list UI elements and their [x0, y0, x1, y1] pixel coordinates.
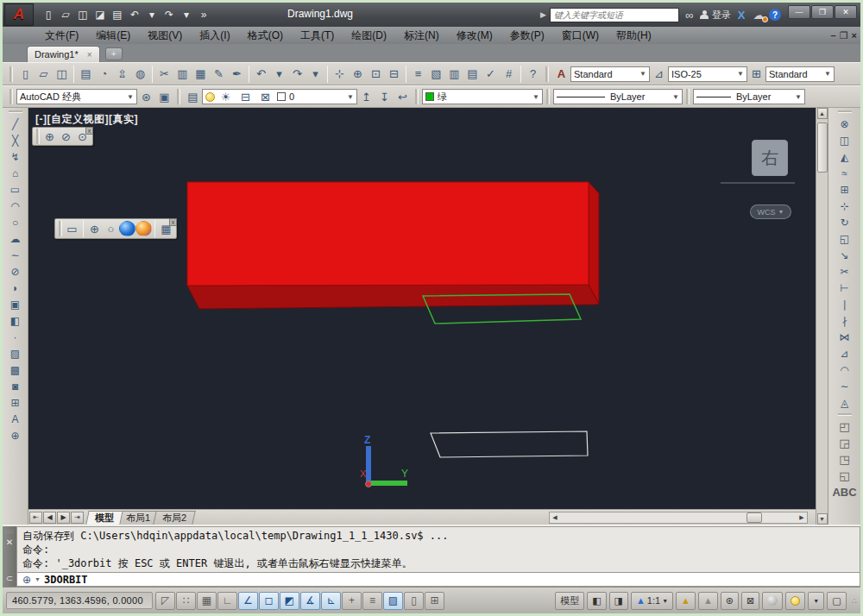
- horizontal-scrollbar-thumb[interactable]: [746, 512, 762, 523]
- move-icon[interactable]: ⊹: [835, 198, 854, 214]
- next-tab-icon[interactable]: ▶: [57, 512, 70, 524]
- properties-icon[interactable]: ≡: [409, 66, 427, 83]
- text-style-combo[interactable]: Standard▼: [570, 66, 650, 82]
- quick-properties-icon[interactable]: ▯: [404, 592, 424, 610]
- signin-person-icon[interactable]: [700, 10, 709, 20]
- layout-tab-布局2[interactable]: 布局2: [153, 511, 196, 525]
- toolbar-grip[interactable]: [36, 129, 40, 144]
- hatch-icon[interactable]: ▨: [6, 345, 25, 361]
- toolbar-lock-icon[interactable]: ⊠: [741, 592, 759, 610]
- prev-tab-icon[interactable]: ◀: [43, 512, 56, 524]
- layer-combo[interactable]: ☀⊟⊠ 0 ▼: [202, 89, 357, 104]
- menu-insert[interactable]: 插入(I): [192, 27, 237, 45]
- break-at-point-icon[interactable]: ∣: [835, 296, 854, 312]
- new-tab-button[interactable]: +: [105, 47, 123, 60]
- arc-icon[interactable]: ◠: [6, 198, 25, 214]
- object-snap-3d-icon[interactable]: ◩: [280, 592, 299, 610]
- scale-icon[interactable]: ◱: [835, 230, 854, 247]
- last-tab-icon[interactable]: ⇥: [71, 512, 84, 524]
- snap-mode-icon[interactable]: ∷: [176, 592, 196, 610]
- undo-icon[interactable]: ↶: [127, 7, 142, 22]
- make-object-layer-current-icon[interactable]: ↥: [357, 88, 375, 105]
- menu-window[interactable]: 窗口(W): [554, 27, 607, 45]
- autocad-logo[interactable]: A: [4, 3, 34, 26]
- viewport-controls-label[interactable]: [-][自定义视图][真实]: [35, 112, 138, 127]
- add-selected-icon[interactable]: ⊕: [6, 427, 25, 443]
- fillet-icon[interactable]: ◠: [835, 361, 854, 378]
- publish-icon[interactable]: ⇫: [113, 66, 131, 83]
- drawing-canvas[interactable]: Z X Y [-][自定义视图][真实] ⊕⊘⊙ x ▭⊕○▦ x 右 WCS …: [28, 108, 816, 509]
- toolbar-grip[interactable]: [415, 89, 419, 104]
- tool-palettes-icon[interactable]: ▥: [445, 66, 463, 83]
- multiline-text-icon[interactable]: A: [6, 411, 25, 427]
- region-icon[interactable]: ◙: [6, 378, 25, 394]
- layer-lock-icon[interactable]: ⊠: [256, 88, 274, 105]
- save-icon[interactable]: ◫: [75, 7, 91, 22]
- line-icon[interactable]: ╱: [6, 116, 25, 132]
- viewcube[interactable]: 右: [752, 140, 788, 176]
- annotation-visibility-icon[interactable]: ▲: [676, 592, 696, 610]
- undo-drop-icon[interactable]: ▾: [144, 7, 160, 22]
- vertical-scrollbar-thumb[interactable]: [817, 123, 828, 173]
- lineweight-display-icon[interactable]: ≡: [362, 592, 382, 610]
- toolbar-grip[interactable]: [59, 221, 62, 236]
- quick-view-layouts-icon[interactable]: ◧: [587, 592, 606, 610]
- menu-draw[interactable]: 绘图(D): [343, 27, 394, 45]
- resize-grip[interactable]: ∴: [852, 596, 857, 606]
- realistic-icon[interactable]: [119, 221, 135, 236]
- signin-label[interactable]: 登录: [712, 9, 731, 22]
- spline-icon[interactable]: ∼: [6, 247, 25, 263]
- layout-tab-模型[interactable]: 模型: [85, 511, 123, 525]
- layer-match-icon[interactable]: ↧: [375, 88, 394, 105]
- redo-icon[interactable]: ↷: [288, 66, 306, 83]
- doc-restore-button[interactable]: ❐: [840, 30, 848, 41]
- text-to-front-icon[interactable]: ABC: [835, 484, 854, 500]
- erase-icon[interactable]: ⊗: [835, 116, 854, 132]
- menu-format[interactable]: 格式(O): [240, 27, 291, 45]
- chamfer-icon[interactable]: ⊿: [835, 345, 854, 361]
- insert-block-icon[interactable]: ▣: [6, 296, 25, 312]
- designcenter-icon[interactable]: ▧: [427, 66, 445, 83]
- workspace-settings-icon[interactable]: ⊛: [137, 88, 155, 105]
- sheetset-manager-icon[interactable]: ▤: [463, 66, 482, 83]
- close-icon[interactable]: x: [85, 127, 93, 135]
- layer-plot-icon[interactable]: ⊟: [236, 88, 255, 105]
- red-box-bottom-face[interactable]: [187, 285, 599, 309]
- first-tab-icon[interactable]: ⇤: [29, 512, 42, 524]
- annotation-auto-scale-icon[interactable]: ▲: [698, 592, 718, 610]
- toolbar-grip[interactable]: [9, 89, 13, 104]
- rectangle-icon[interactable]: ▭: [6, 181, 25, 198]
- more-icon[interactable]: »: [196, 7, 211, 22]
- constrained-orbit-icon[interactable]: ⊕: [41, 129, 58, 144]
- copy-clip-icon[interactable]: ▥: [173, 66, 192, 83]
- revision-cloud-icon[interactable]: ☁: [6, 230, 25, 247]
- selection-cycling-icon[interactable]: ⊞: [425, 592, 444, 610]
- markup-icon[interactable]: ✓: [482, 66, 500, 83]
- red-box-front-face[interactable]: [187, 182, 589, 286]
- text-style-icon[interactable]: A: [552, 66, 570, 83]
- dim-style-combo[interactable]: ISO-25▼: [668, 66, 747, 82]
- pan-icon[interactable]: ⊹: [331, 66, 349, 83]
- plot-icon[interactable]: ▤: [77, 66, 95, 83]
- zoom-previous-icon[interactable]: ⊟: [385, 66, 403, 83]
- ellipse-icon[interactable]: ⊘: [6, 263, 25, 280]
- toolbar-grip[interactable]: [838, 413, 852, 416]
- exchange-apps-icon[interactable]: X: [734, 9, 748, 22]
- lineweight-combo[interactable]: ByLayer ▼: [693, 89, 805, 104]
- minimize-button[interactable]: —: [788, 5, 810, 19]
- dim-style-icon[interactable]: ⊿: [650, 66, 668, 83]
- annotation-scale-button[interactable]: ▲ 1:1 ▼: [631, 592, 673, 610]
- wcs-button[interactable]: WCS ▼: [750, 204, 791, 219]
- offset-icon[interactable]: ≈: [835, 165, 854, 181]
- rotate-icon[interactable]: ↻: [835, 214, 854, 230]
- toolbar-grip[interactable]: [9, 110, 22, 113]
- ellipse-arc-icon[interactable]: ◗: [6, 280, 25, 296]
- white-parallelogram[interactable]: [431, 431, 588, 457]
- zoom-realtime-icon[interactable]: ⊕: [349, 66, 367, 83]
- redo-drop-icon[interactable]: ▾: [179, 7, 194, 22]
- copy-icon[interactable]: ◫: [835, 132, 854, 148]
- undo-drop-icon[interactable]: ▾: [270, 66, 288, 83]
- transparency-display-icon[interactable]: ▨: [383, 592, 403, 610]
- search-icon[interactable]: ∞: [683, 9, 696, 22]
- model-space-button[interactable]: 模型: [555, 592, 584, 610]
